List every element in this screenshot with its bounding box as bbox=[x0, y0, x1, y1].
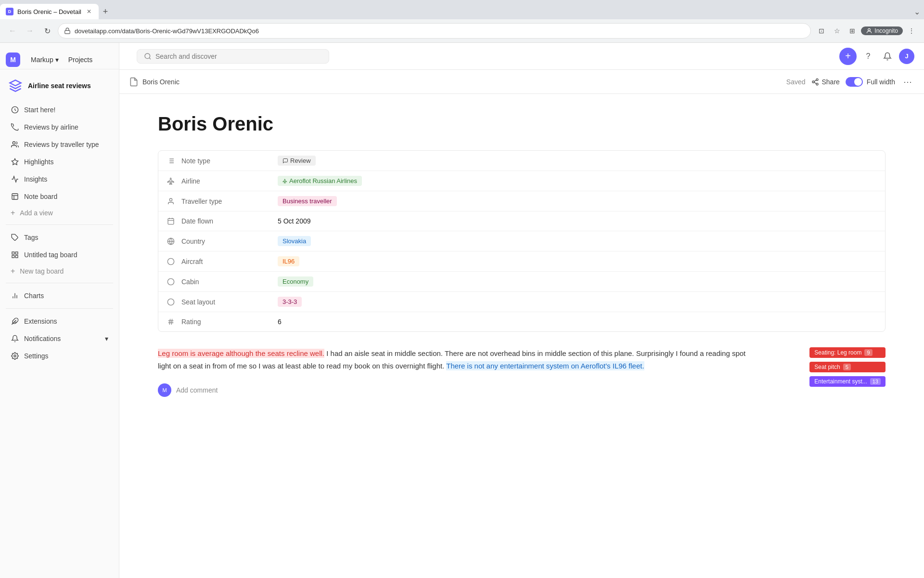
fields-table: Note type Review Airline bbox=[158, 150, 886, 332]
svg-line-20 bbox=[149, 58, 151, 59]
highlighted-text-red: Leg room is average although the seats r… bbox=[158, 349, 324, 358]
sidebar: M Markup ▾ Projects Airline seat reviews bbox=[0, 43, 119, 578]
aircraft-label: Aircraft bbox=[181, 258, 278, 265]
add-button[interactable]: + bbox=[839, 48, 857, 65]
highlights-icon bbox=[11, 158, 19, 166]
document-title: Boris Orenic bbox=[158, 113, 886, 135]
highlights-label: Highlights bbox=[24, 158, 53, 166]
sidebar-item-insights[interactable]: Insights bbox=[3, 171, 116, 187]
share-button[interactable]: Share bbox=[811, 78, 840, 86]
sidebar-item-extensions[interactable]: Extensions bbox=[3, 313, 116, 329]
new-tab-button[interactable]: + bbox=[99, 5, 112, 18]
sidebar-item-charts[interactable]: Charts bbox=[3, 288, 116, 304]
svg-point-41 bbox=[167, 299, 174, 305]
new-tag-board-button[interactable]: + New tag board bbox=[3, 264, 116, 278]
reload-button[interactable]: ↻ bbox=[40, 24, 54, 38]
sidebar-item-untitled-tag-board[interactable]: Untitled tag board bbox=[3, 247, 116, 263]
field-row-traveller-type: Traveller type Business traveller bbox=[158, 191, 885, 211]
browser-tab[interactable]: D Boris Orenic – Dovetail ✕ bbox=[0, 4, 99, 19]
svg-line-44 bbox=[169, 319, 170, 325]
menu-button[interactable]: ⋮ bbox=[905, 24, 918, 38]
country-label: Country bbox=[181, 237, 278, 245]
airline-value: Aeroflot Russian Airlines bbox=[278, 176, 362, 186]
notifications-expand[interactable]: ▾ bbox=[105, 335, 108, 342]
svg-point-32 bbox=[169, 198, 172, 201]
svg-line-45 bbox=[171, 319, 172, 325]
start-here-label: Start here! bbox=[24, 106, 55, 114]
sidebar-item-reviews-by-traveller[interactable]: Reviews by traveller type bbox=[3, 136, 116, 153]
start-here-icon bbox=[11, 105, 19, 114]
annotation-count-3: 13 bbox=[870, 378, 881, 385]
notifications-icon bbox=[11, 334, 19, 343]
annotation-seating-leg-room[interactable]: Seating: Leg room 9 bbox=[809, 347, 886, 358]
annotation-count-1: 9 bbox=[864, 349, 872, 356]
incognito-label: Incognito bbox=[874, 27, 898, 34]
rating-icon bbox=[166, 317, 176, 327]
extension-icon[interactable]: ⊞ bbox=[846, 24, 859, 38]
sidebar-item-highlights[interactable]: Highlights bbox=[3, 154, 116, 170]
tab-strip-end: ⌄ bbox=[914, 7, 924, 16]
field-row-date-flown: Date flown 5 Oct 2009 bbox=[158, 211, 885, 231]
field-row-seat-layout: Seat layout 3-3-3 bbox=[158, 292, 885, 312]
note-type-value: Review bbox=[278, 156, 316, 166]
toggle-knob bbox=[854, 78, 862, 86]
svg-rect-12 bbox=[12, 255, 14, 258]
date-flown-value: 5 Oct 2009 bbox=[278, 217, 311, 225]
cast-icon[interactable]: ⊡ bbox=[815, 24, 828, 38]
add-view-label: Add a view bbox=[20, 209, 52, 217]
more-options-button[interactable]: ⋯ bbox=[901, 75, 914, 89]
notification-bell-button[interactable] bbox=[880, 49, 895, 64]
svg-marker-4 bbox=[12, 158, 18, 165]
back-button[interactable]: ← bbox=[6, 24, 19, 38]
svg-rect-0 bbox=[65, 30, 70, 33]
sidebar-item-settings[interactable]: Settings bbox=[3, 348, 116, 364]
search-input[interactable] bbox=[155, 53, 322, 60]
content-header: Boris Orenic Saved Share Full width ⋯ bbox=[119, 70, 924, 94]
date-flown-label: Date flown bbox=[181, 217, 278, 225]
country-icon bbox=[166, 236, 176, 246]
markup-button[interactable]: Markup ▾ bbox=[26, 53, 64, 66]
charts-icon bbox=[11, 291, 19, 300]
sidebar-item-tags[interactable]: Tags bbox=[3, 229, 116, 246]
document-icon bbox=[129, 77, 139, 87]
add-view-button[interactable]: + Add a view bbox=[3, 206, 116, 220]
help-button[interactable]: ? bbox=[860, 49, 876, 64]
annotation-count-2: 5 bbox=[843, 364, 851, 370]
annotation-seat-pitch[interactable]: Seat pitch 5 bbox=[809, 362, 886, 372]
date-flown-icon bbox=[166, 216, 176, 226]
sidebar-item-notifications[interactable]: Notifications ▾ bbox=[3, 330, 116, 347]
user-avatar-button[interactable]: J bbox=[899, 49, 914, 64]
aircraft-value: IL96 bbox=[278, 256, 299, 266]
annotation-entertainment[interactable]: Entertainment syst... 13 bbox=[809, 376, 886, 387]
rating-label: Rating bbox=[181, 318, 278, 326]
tab-close-button[interactable]: ✕ bbox=[85, 8, 93, 15]
seat-layout-value: 3-3-3 bbox=[278, 297, 302, 307]
seat-layout-icon bbox=[166, 297, 176, 307]
note-type-icon bbox=[166, 156, 176, 166]
field-row-cabin: Cabin Economy bbox=[158, 272, 885, 292]
toggle-switch[interactable] bbox=[846, 77, 863, 87]
main-content: + ? J Boris Orenic Saved Share bbox=[119, 43, 924, 578]
sidebar-item-reviews-by-airline[interactable]: Reviews by airline bbox=[3, 119, 116, 135]
field-row-note-type: Note type Review bbox=[158, 151, 885, 171]
projects-button[interactable]: Projects bbox=[64, 53, 98, 66]
full-width-toggle[interactable]: Full width bbox=[846, 77, 895, 87]
share-label: Share bbox=[822, 78, 840, 86]
add-comment-section[interactable]: M Add comment bbox=[158, 383, 886, 397]
review-text-section: Leg room is average although the seats r… bbox=[158, 347, 886, 372]
sidebar-item-start-here[interactable]: Start here! bbox=[3, 102, 116, 118]
svg-line-25 bbox=[814, 80, 816, 81]
sidebar-item-note-board[interactable]: Note board bbox=[3, 188, 116, 205]
address-bar[interactable] bbox=[58, 23, 811, 39]
bookmark-icon[interactable]: ☆ bbox=[830, 24, 844, 38]
extensions-icon bbox=[11, 317, 19, 326]
new-tag-board-label: New tag board bbox=[20, 267, 64, 275]
url-input[interactable] bbox=[75, 27, 805, 35]
app-logo: M bbox=[6, 53, 20, 67]
forward-button[interactable]: → bbox=[23, 24, 37, 38]
search-bar[interactable] bbox=[137, 49, 329, 64]
note-board-icon bbox=[11, 192, 19, 201]
tags-label: Tags bbox=[24, 234, 38, 241]
insights-icon bbox=[11, 175, 19, 184]
svg-rect-5 bbox=[12, 194, 18, 199]
